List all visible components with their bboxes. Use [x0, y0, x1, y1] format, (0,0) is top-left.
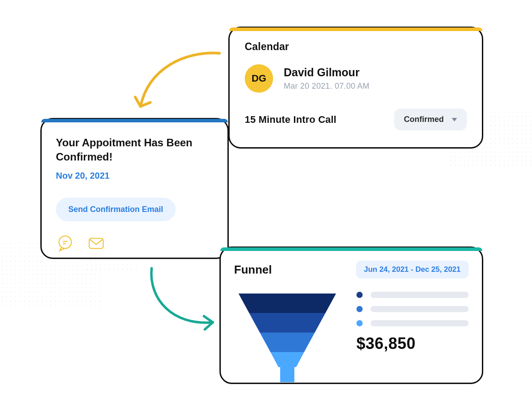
funnel-title: Funnel: [234, 263, 272, 277]
legend-dot-icon: [356, 292, 363, 298]
legend-row: [356, 292, 469, 298]
funnel-total: $36,850: [356, 334, 469, 353]
card-accent: [229, 27, 482, 31]
calendar-card: Calendar DG David Gilmour Mar 20 2021. 0…: [228, 27, 483, 149]
svg-point-0: [59, 236, 71, 248]
meeting-title: 15 Minute Intro Call: [245, 114, 336, 125]
legend-bar: [371, 292, 469, 298]
status-label: Confirmed: [404, 115, 444, 124]
event-datetime: Mar 20 2021. 07.00 AM: [284, 82, 369, 91]
appointment-date: Nov 20, 2021: [56, 171, 213, 181]
card-accent: [220, 247, 482, 251]
funnel-card: Funnel Jun 24, 2021 - Dec 25, 2021: [219, 247, 483, 384]
person-name: David Gilmour: [284, 66, 369, 79]
status-dropdown[interactable]: Confirmed: [394, 109, 467, 130]
legend-row: [356, 306, 469, 312]
appointment-title: Your Appoitment Has Been Confirmed!: [56, 136, 213, 164]
calendar-title: Calendar: [245, 41, 467, 53]
card-accent: [41, 119, 228, 122]
legend-dot-icon: [356, 320, 363, 326]
chevron-down-icon: [452, 118, 457, 121]
send-confirmation-button[interactable]: Send Confirmation Email: [56, 198, 176, 221]
svg-rect-8: [280, 367, 294, 382]
svg-marker-4: [239, 294, 336, 313]
legend-row: [356, 320, 469, 326]
date-range-picker[interactable]: Jun 24, 2021 - Dec 25, 2021: [356, 261, 469, 278]
legend-bar: [371, 320, 469, 326]
mail-icon[interactable]: [87, 234, 106, 254]
avatar: DG: [245, 64, 273, 93]
svg-rect-3: [89, 238, 103, 248]
svg-marker-7: [270, 352, 304, 367]
funnel-chart: [234, 289, 340, 384]
legend-bar: [371, 306, 469, 312]
arrow-curve-bottom: [142, 264, 226, 335]
chat-icon[interactable]: [56, 234, 74, 254]
svg-marker-6: [260, 333, 315, 352]
legend-dot-icon: [356, 306, 363, 312]
appointment-card: Your Appoitment Has Been Confirmed! Nov …: [40, 118, 229, 259]
arrow-curve-top: [131, 47, 233, 120]
svg-marker-5: [249, 313, 325, 333]
